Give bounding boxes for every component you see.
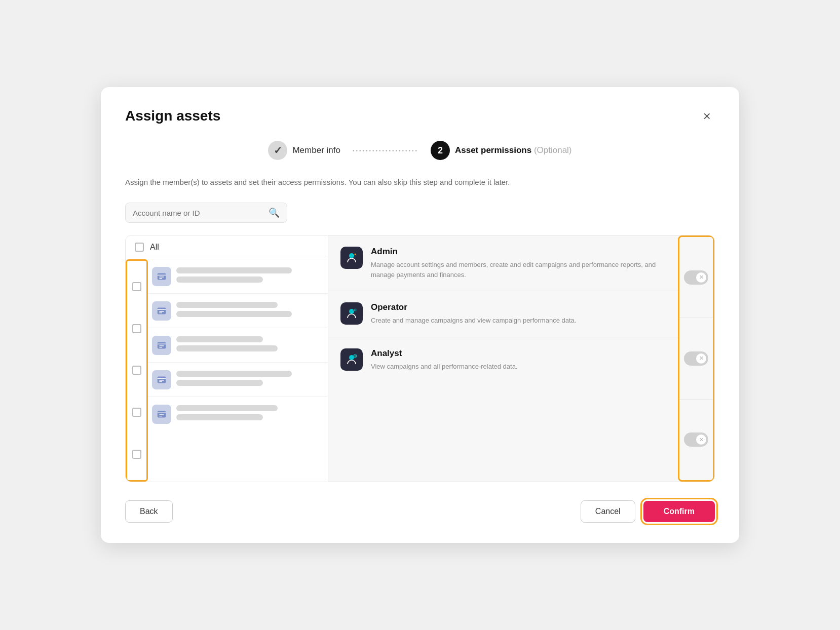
toggle-x-icon: ✕ (696, 353, 706, 364)
account-info (176, 302, 321, 320)
search-bar: 🔍 (125, 203, 287, 223)
account-row (148, 328, 328, 363)
right-panel-inner: Admin Manage account settings and member… (328, 235, 714, 482)
footer-right: Cancel Confirm (581, 500, 715, 523)
main-content: All (125, 235, 715, 482)
step-2: 2 Asset permissions (Optional) (431, 141, 572, 160)
blurred-id (176, 414, 263, 420)
checkbox-col-item (130, 311, 143, 346)
account-4-checkbox[interactable] (132, 408, 141, 417)
operator-name: Operator (371, 302, 666, 312)
admin-toggle[interactable]: ✕ (684, 270, 708, 285)
blurred-name (176, 336, 263, 342)
left-panel: All (126, 235, 328, 482)
blurred-id (176, 380, 263, 386)
analyst-name: Analyst (371, 348, 666, 359)
blurred-id (176, 311, 292, 317)
checkbox-column-highlight (126, 259, 148, 482)
account-5-checkbox[interactable] (132, 450, 141, 459)
admin-desc: Manage account settings and members, cre… (371, 260, 666, 280)
right-panel: Admin Manage account settings and member… (328, 235, 714, 482)
permission-operator: Operator Create and manage campaigns and… (328, 291, 678, 337)
checkbox-col-item (130, 395, 143, 429)
step-1-label: Member info (292, 145, 340, 155)
analyst-icon (340, 348, 363, 371)
toggle-x-icon: ✕ (696, 435, 706, 445)
blurred-name (176, 267, 292, 273)
blurred-name (176, 302, 278, 308)
svg-marker-21 (354, 253, 356, 255)
account-2-checkbox[interactable] (132, 324, 141, 333)
step-1: ✓ Member info (268, 141, 340, 160)
account-info (176, 267, 321, 286)
svg-rect-16 (158, 411, 166, 418)
admin-icon (340, 247, 363, 269)
svg-point-22 (349, 309, 354, 314)
checkbox-col-item (130, 353, 143, 387)
permission-admin: Admin Manage account settings and member… (328, 235, 678, 291)
operator-desc: Create and manage campaigns and view cam… (371, 316, 666, 326)
account-row (148, 259, 328, 294)
accounts-with-highlight (126, 259, 328, 482)
account-icon (152, 301, 171, 321)
svg-rect-12 (158, 376, 166, 383)
admin-toggle-cell: ✕ (679, 237, 713, 318)
account-rows-col (148, 259, 328, 482)
operator-toggle[interactable]: ✕ (684, 351, 708, 366)
step-dots: •••••••••••••••••••• (353, 148, 418, 153)
permission-items-col: Admin Manage account settings and member… (328, 235, 678, 482)
step-1-circle: ✓ (268, 141, 287, 160)
admin-text: Admin Manage account settings and member… (371, 247, 666, 280)
cancel-button[interactable]: Cancel (581, 500, 635, 523)
account-icon (152, 267, 171, 286)
account-row (148, 397, 328, 431)
analyst-toggle-cell: ✕ (679, 400, 713, 480)
account-3-checkbox[interactable] (132, 366, 141, 375)
select-all-label: All (150, 243, 159, 252)
operator-toggle-cell: ✕ (679, 318, 713, 399)
select-all-row: All (126, 235, 328, 259)
operator-text: Operator Create and manage campaigns and… (371, 302, 666, 326)
account-1-checkbox[interactable] (132, 282, 141, 291)
stepper: ✓ Member info •••••••••••••••••••• 2 Ass… (125, 141, 715, 160)
account-icon (152, 336, 171, 355)
checkbox-col-item (130, 437, 143, 471)
blurred-id (176, 345, 278, 351)
close-button[interactable]: × (699, 107, 715, 125)
account-row (148, 363, 328, 397)
blurred-name (176, 371, 292, 377)
dialog-header: Assign assets × (125, 107, 715, 125)
optional-label: (Optional) (534, 145, 572, 155)
step-2-circle: 2 (431, 141, 450, 160)
admin-name: Admin (371, 247, 666, 257)
footer: Back Cancel Confirm (125, 500, 715, 523)
toggle-x-icon: ✕ (696, 272, 706, 283)
select-all-checkbox[interactable] (135, 243, 144, 252)
permission-analyst: Analyst View campaigns and all performan… (328, 337, 678, 383)
account-info (176, 405, 321, 423)
analyst-text: Analyst View campaigns and all performan… (371, 348, 666, 372)
svg-rect-8 (158, 342, 166, 348)
analyst-toggle[interactable]: ✕ (684, 432, 708, 447)
svg-rect-0 (158, 273, 166, 280)
toggle-column-highlight: ✕ ✕ ✕ (678, 235, 714, 482)
blurred-id (176, 277, 263, 283)
assign-assets-dialog: Assign assets × ✓ Member info ••••••••••… (101, 87, 739, 543)
account-info (176, 371, 321, 389)
dialog-title: Assign assets (125, 108, 220, 124)
checkbox-col-item (130, 269, 143, 304)
confirm-button[interactable]: Confirm (643, 501, 715, 522)
analyst-desc: View campaigns and all performance-relat… (371, 362, 666, 372)
description-text: Assign the member(s) to assets and set t… (125, 176, 715, 188)
svg-point-20 (349, 253, 354, 258)
search-input[interactable] (133, 209, 264, 217)
blurred-name (176, 405, 278, 411)
account-icon (152, 370, 171, 389)
account-row (148, 294, 328, 328)
svg-point-28 (355, 355, 356, 356)
account-info (176, 336, 321, 355)
operator-icon (340, 302, 363, 325)
search-icon: 🔍 (269, 207, 280, 218)
back-button[interactable]: Back (125, 500, 173, 523)
step-2-label: Asset permissions (Optional) (455, 145, 572, 155)
